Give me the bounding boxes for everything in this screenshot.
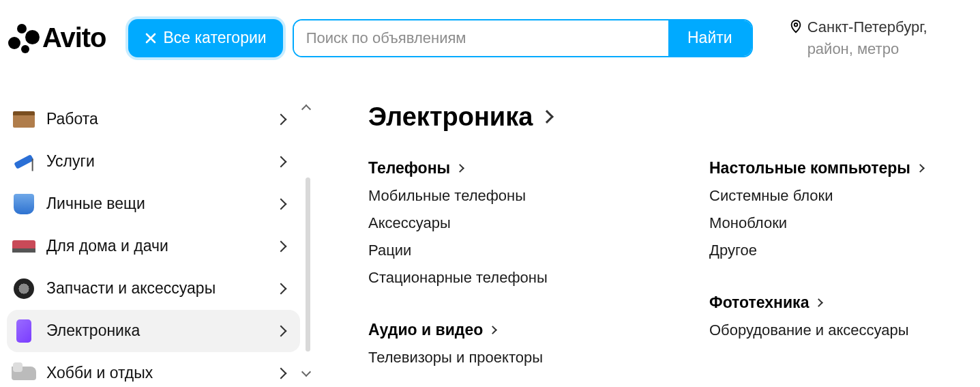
content-panel: ЭлектроникаТелефоныМобильные телефоныАкс… xyxy=(300,98,968,387)
subcategory-link[interactable]: Аксессуары xyxy=(368,214,627,232)
svg-point-2 xyxy=(794,23,797,27)
sidebar-item-label: Для дома и дачи xyxy=(46,237,277,255)
location-city: Санкт-Петербург, xyxy=(807,16,927,38)
sidebar-item-2[interactable]: Личные вещи xyxy=(7,183,300,225)
location-selector[interactable]: Санкт-Петербург, район, метро xyxy=(788,16,927,60)
close-icon xyxy=(145,32,157,44)
search-area: Все категории Найти xyxy=(128,19,753,57)
box-icon xyxy=(11,106,37,132)
subcategory-link[interactable]: Телевизоры и проекторы xyxy=(368,349,627,367)
chevron-right-icon xyxy=(276,283,287,294)
search-box: Найти xyxy=(293,19,753,57)
shoe-icon xyxy=(11,360,37,386)
sidebar-item-1[interactable]: Услуги xyxy=(7,141,300,183)
subcategory-heading[interactable]: Телефоны xyxy=(368,159,627,177)
search-input[interactable] xyxy=(294,20,668,56)
subcategory-group: Настольные компьютерыСистемные блокиМоно… xyxy=(709,159,968,269)
tire-icon xyxy=(11,276,37,302)
logo-text: Avito xyxy=(42,23,106,53)
sidebar-item-3[interactable]: Для дома и дачи xyxy=(7,225,300,268)
sidebar-item-label: Электроника xyxy=(46,321,277,340)
all-categories-label: Все категории xyxy=(164,29,267,47)
subcategory-heading-label: Настольные компьютеры xyxy=(709,159,910,177)
subcategory-heading[interactable]: Настольные компьютеры xyxy=(709,159,968,177)
chevron-right-icon xyxy=(540,110,554,124)
scrollbar[interactable] xyxy=(306,177,310,352)
chevron-right-icon xyxy=(276,325,287,336)
logo-icon xyxy=(7,22,40,55)
sidebar-item-label: Работа xyxy=(46,110,277,128)
content-column-0: ТелефоныМобильные телефоныАксессуарыРаци… xyxy=(368,159,627,387)
chevron-right-icon xyxy=(456,164,464,173)
subcategory-link[interactable]: Стационарные телефоны xyxy=(368,269,627,287)
sofa-icon xyxy=(11,233,37,259)
chevron-right-icon xyxy=(916,164,925,173)
header-bar: Avito Все категории Найти Санкт-Петербур… xyxy=(0,0,980,76)
sidebar-item-label: Запчасти и аксессуары xyxy=(46,279,277,298)
sidebar-item-0[interactable]: Работа xyxy=(7,98,300,141)
sidebar-item-6[interactable]: Хобби и отдых xyxy=(7,352,300,387)
location-pin-icon xyxy=(788,19,803,34)
subcategory-link[interactable]: Моноблоки xyxy=(709,214,968,232)
subcategory-link[interactable]: Другое xyxy=(709,242,968,259)
subcategory-group: Аудио и видеоТелевизоры и проекторы xyxy=(368,321,627,376)
subcategory-group: ФототехникаОборудование и аксессуары xyxy=(709,293,968,349)
location-sub: район, метро xyxy=(807,38,927,60)
chevron-right-icon xyxy=(276,113,287,125)
sidebar-item-label: Хобби и отдых xyxy=(46,364,277,382)
roller-icon xyxy=(11,149,37,175)
subcategory-link[interactable]: Оборудование и аксессуары xyxy=(709,321,968,339)
chevron-right-icon xyxy=(276,198,287,210)
jacket-icon xyxy=(11,191,37,217)
subcategory-heading-label: Фототехника xyxy=(709,293,809,312)
subcategory-link[interactable]: Мобильные телефоны xyxy=(368,187,627,205)
sidebar-item-label: Услуги xyxy=(46,152,277,171)
subcategory-heading-label: Аудио и видео xyxy=(368,321,483,339)
chevron-right-icon xyxy=(276,240,287,252)
subcategory-heading[interactable]: Фототехника xyxy=(709,293,968,312)
logo[interactable]: Avito xyxy=(7,22,106,55)
sidebar-item-label: Личные вещи xyxy=(46,195,277,213)
subcategory-heading[interactable]: Аудио и видео xyxy=(368,321,627,339)
all-categories-button[interactable]: Все категории xyxy=(128,19,283,57)
content-column-1: Настольные компьютерыСистемные блокиМоно… xyxy=(709,159,968,387)
subcategory-link[interactable]: Рации xyxy=(368,242,627,259)
sidebar-item-5[interactable]: Электроника xyxy=(7,310,300,352)
subcategory-link[interactable]: Системные блоки xyxy=(709,187,968,205)
phone-icon xyxy=(11,318,37,344)
category-heading[interactable]: Электроника xyxy=(368,102,968,132)
chevron-right-icon xyxy=(488,326,497,334)
subcategory-group: ТелефоныМобильные телефоныАксессуарыРаци… xyxy=(368,159,627,296)
category-heading-label: Электроника xyxy=(368,102,533,132)
category-sidebar: РаботаУслугиЛичные вещиДля дома и дачиЗа… xyxy=(0,98,300,387)
chevron-right-icon xyxy=(276,156,287,167)
chevron-right-icon xyxy=(815,298,824,307)
chevron-right-icon xyxy=(276,367,287,379)
sidebar-item-4[interactable]: Запчасти и аксессуары xyxy=(7,268,300,310)
search-button[interactable]: Найти xyxy=(668,20,752,56)
subcategory-heading-label: Телефоны xyxy=(368,159,450,177)
